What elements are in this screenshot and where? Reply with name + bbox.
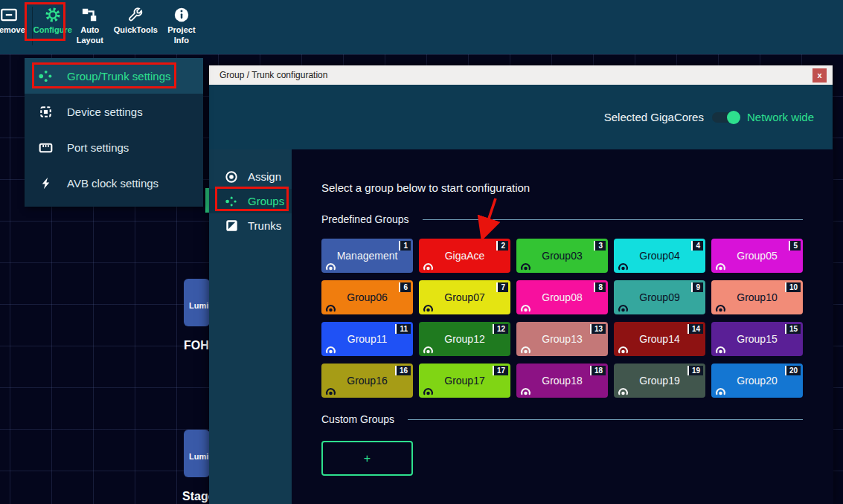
group-tile-group06[interactable]: 6Group06: [321, 280, 413, 314]
speaker-icon: [325, 302, 336, 312]
device-node-label: Lumin: [189, 301, 210, 310]
custom-groups-label: Custom Groups: [321, 414, 394, 424]
avb-clock-icon: [37, 175, 54, 191]
group-number-badge: 16: [395, 366, 411, 375]
group-name-label: Group14: [639, 333, 679, 345]
speaker-icon: [423, 260, 434, 271]
remove-icon: [1, 7, 17, 23]
dialog-tab-list: Assign Groups Trunks: [209, 149, 292, 504]
configure-button[interactable]: Configure: [34, 7, 71, 36]
group-tile-group13[interactable]: 13Group13: [516, 322, 608, 356]
scope-toggle-right-label: Network wide: [747, 111, 814, 123]
menu-item-avb-clock-settings[interactable]: AVB clock settings: [25, 165, 203, 201]
project-info-button[interactable]: Project Info: [163, 7, 200, 46]
group-dots-icon: [37, 68, 54, 84]
group-name-label: Group17: [444, 375, 484, 387]
menu-item-group-trunk-settings[interactable]: Group/Trunk settings: [25, 58, 203, 94]
group-name-label: Group13: [542, 333, 582, 345]
group-name-label: Group15: [737, 333, 777, 345]
device-node-foh[interactable]: Lumin: [184, 279, 210, 326]
group-tile-group05[interactable]: 5Group05: [711, 239, 803, 273]
group-number-badge: 5: [789, 241, 801, 251]
tab-label: Trunks: [248, 219, 281, 232]
group-number-badge: 13: [590, 324, 606, 334]
group-name-label: Group07: [444, 291, 484, 303]
group-name-label: Group10: [737, 291, 777, 303]
group-tile-group14[interactable]: 14Group14: [614, 322, 705, 356]
instruction-text: Select a group below to start configurat…: [321, 182, 803, 193]
scope-toggle-left-label: Selected GigaCores: [604, 111, 704, 123]
group-tile-group12[interactable]: 12Group12: [419, 322, 510, 356]
group-tile-group10[interactable]: 10Group10: [711, 280, 803, 314]
group-tile-group20[interactable]: 20Group20: [711, 364, 803, 398]
group-name-label: Group19: [639, 375, 679, 387]
group-name-label: GigaAce: [445, 250, 485, 262]
group-tile-group16[interactable]: 16Group16: [321, 364, 413, 398]
close-button[interactable]: x: [812, 68, 827, 83]
menu-item-label: Port settings: [67, 141, 129, 154]
group-name-label: Management: [337, 250, 398, 262]
group-number-badge: 2: [496, 241, 508, 251]
section-divider: [408, 419, 803, 420]
tab-trunks[interactable]: Trunks: [209, 213, 292, 238]
toolbar-divider: [32, 7, 33, 45]
group-number-badge: 19: [687, 366, 703, 375]
group-name-label: Group16: [347, 375, 387, 387]
menu-item-port-settings[interactable]: Port settings: [25, 129, 203, 165]
menu-item-device-settings[interactable]: Device settings: [25, 94, 203, 129]
menu-item-label: Group/Trunk settings: [67, 70, 171, 83]
group-name-label: Group06: [347, 291, 387, 303]
group-name-label: Group20: [737, 375, 777, 387]
speaker-icon: [423, 302, 434, 312]
quicktools-label: QuickTools: [114, 25, 158, 36]
speaker-icon: [618, 343, 629, 354]
tab-label: Groups: [248, 195, 284, 207]
group-name-label: Group05: [737, 250, 777, 262]
group-number-badge: 3: [594, 241, 606, 251]
dialog-header: Selected GigaCores Network wide: [209, 85, 833, 149]
group-name-label: Group03: [542, 250, 582, 262]
tab-assign[interactable]: Assign: [209, 164, 292, 189]
group-number-badge: 7: [496, 282, 508, 292]
remove-button[interactable]: Remove: [0, 7, 31, 36]
group-tile-group15[interactable]: 15Group15: [711, 322, 803, 356]
device-caption-foh: FOH: [184, 339, 209, 352]
group-tile-group19[interactable]: 19Group19: [614, 364, 705, 398]
group-tile-gigaace[interactable]: 2GigaAce: [419, 239, 510, 273]
group-tile-group08[interactable]: 8Group08: [516, 280, 608, 314]
dialog-title: Group / Trunk configuration: [219, 70, 327, 80]
quicktools-button[interactable]: QuickTools: [109, 7, 163, 36]
speaker-icon: [423, 385, 434, 395]
menu-item-label: AVB clock settings: [67, 177, 158, 190]
trunks-icon: [225, 219, 238, 233]
group-dots-icon: [225, 195, 238, 208]
tab-groups[interactable]: Groups: [209, 189, 292, 213]
add-custom-group-button[interactable]: +: [321, 441, 413, 476]
dialog-titlebar[interactable]: Group / Trunk configuration x: [209, 65, 833, 85]
speaker-icon: [715, 302, 726, 312]
group-name-label: Group11: [347, 333, 387, 345]
scope-toggle[interactable]: [712, 112, 739, 123]
speaker-icon: [423, 343, 434, 354]
group-number-badge: 10: [785, 282, 801, 292]
device-node-stage[interactable]: Lumin: [184, 430, 210, 477]
auto-layout-label: Auto Layout: [77, 25, 103, 46]
auto-layout-button[interactable]: Auto Layout: [71, 7, 109, 46]
group-tile-group17[interactable]: 17Group17: [419, 364, 510, 398]
speaker-icon: [325, 260, 336, 271]
wrench-icon: [127, 7, 144, 23]
info-icon: [173, 7, 190, 23]
app-root: Lumin FOH Lumin Stage Remove Configure A…: [0, 0, 843, 504]
group-tile-group11[interactable]: 11Group11: [321, 322, 413, 356]
speaker-icon: [520, 302, 531, 312]
predefined-groups-label: Predefined Groups: [321, 214, 409, 224]
group-tile-group09[interactable]: 9Group09: [614, 280, 705, 314]
speaker-icon: [618, 302, 629, 312]
group-number-badge: 12: [493, 324, 508, 334]
group-tile-group07[interactable]: 7Group07: [419, 280, 510, 314]
group-tile-management[interactable]: 1Management: [321, 239, 413, 273]
group-tile-group03[interactable]: 3Group03: [516, 239, 608, 273]
toolbar: Remove Configure Auto Layout QuickTools: [0, 0, 843, 54]
group-tile-group18[interactable]: 18Group18: [516, 364, 608, 398]
group-tile-group04[interactable]: 4Group04: [614, 239, 705, 273]
